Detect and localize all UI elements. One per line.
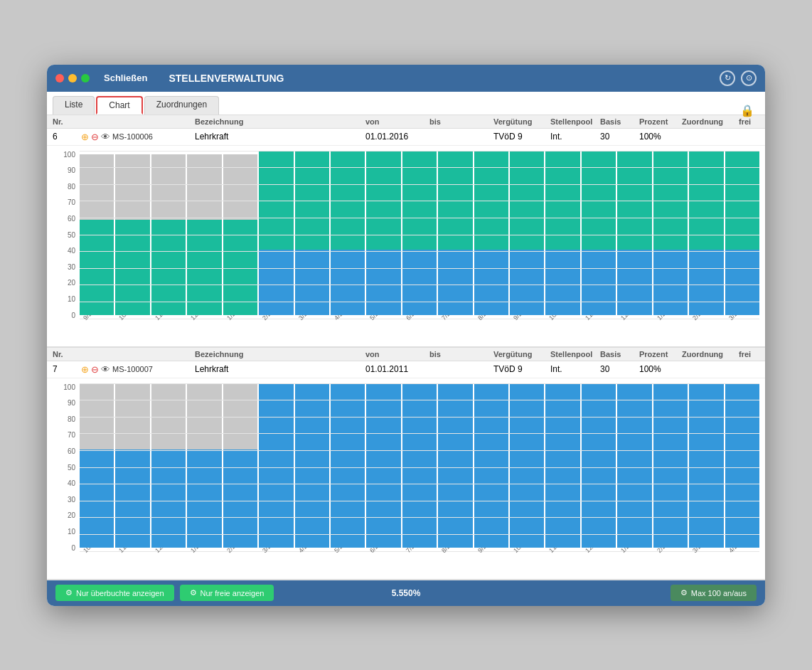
bar-0-11 <box>474 151 508 315</box>
bar-1-16 <box>653 384 688 548</box>
bar-0-13 <box>545 151 579 315</box>
filter-icon-2: ⚙ <box>190 588 197 597</box>
bar-0-0 <box>80 151 114 315</box>
bar-0-7 <box>331 151 365 315</box>
main-window: Schließen STELLENVERWALTUNG ↻ ⊙ Liste Ch… <box>47 65 765 606</box>
title-bar-icons: ↻ ⊙ <box>720 70 757 86</box>
bar-0-12 <box>510 151 544 315</box>
traffic-lights <box>55 74 90 83</box>
max100-button[interactable]: ⚙ Max 100 an/aus <box>671 585 757 601</box>
icon-eye-0[interactable]: 👁 <box>101 132 110 142</box>
footer-bar: ⚙ Nur überbuchte anzeigen ⚙ Nur freie an… <box>47 580 765 606</box>
section-row-1: 7⊕⊖👁MS-100007Lehrkraft01.01.2011TVöD 9In… <box>47 361 765 378</box>
section-row-0: 6⊕⊖👁MS-100006Lehrkraft01.01.2016TVöD 9In… <box>47 129 765 146</box>
icon-minus-0[interactable]: ⊖ <box>91 132 99 142</box>
max100-label: Max 100 an/aus <box>691 589 747 597</box>
nur-ueberbuchte-label: Nur überbuchte anzeigen <box>76 589 164 597</box>
bar-1-5 <box>259 384 293 548</box>
bar-1-4 <box>223 384 257 548</box>
bar-0-2 <box>151 151 186 315</box>
bar-0-4 <box>223 151 257 315</box>
bar-0-8 <box>366 151 400 315</box>
bar-0-10 <box>438 151 472 315</box>
title-bar-nav: Schließen STELLENVERWALTUNG <box>104 73 284 84</box>
bar-0-18 <box>725 151 759 315</box>
tab-liste[interactable]: Liste <box>53 96 95 115</box>
bar-1-15 <box>617 384 651 548</box>
chart-section-1: 010203040506070809010010/202111/202112/2… <box>47 378 765 580</box>
bar-1-13 <box>545 384 579 548</box>
lock-icon: 🔒 <box>740 104 754 117</box>
tabs-bar: Liste Chart Zuordnungen <box>47 92 765 115</box>
bar-0-3 <box>187 151 221 315</box>
bar-1-17 <box>689 384 723 548</box>
chart-section-0: 01020304050607080901009/201810/201811/20… <box>47 146 765 348</box>
bar-0-6 <box>295 151 329 315</box>
bar-1-1 <box>115 384 149 548</box>
nur-freie-label: Nur freie anzeigen <box>201 589 265 597</box>
bar-1-11 <box>474 384 508 548</box>
bar-0-1 <box>115 151 149 315</box>
nur-ueberbuchte-button[interactable]: ⚙ Nur überbuchte anzeigen <box>55 585 174 601</box>
nav-schliessen[interactable]: Schließen <box>104 73 147 83</box>
bar-1-12 <box>510 384 544 548</box>
refresh-icon[interactable]: ↻ <box>720 70 735 86</box>
bar-1-0 <box>80 384 114 548</box>
bar-0-5 <box>259 151 293 315</box>
bar-0-9 <box>402 151 437 315</box>
icon-minus-1[interactable]: ⊖ <box>91 364 99 375</box>
bar-1-14 <box>582 384 616 548</box>
minimize-button[interactable] <box>68 74 77 83</box>
bar-0-17 <box>689 151 723 315</box>
bar-0-14 <box>582 151 616 315</box>
bar-1-6 <box>295 384 329 548</box>
icon-eye-1[interactable]: 👁 <box>101 364 110 375</box>
percent-display: 5.550% <box>392 588 421 598</box>
filter-icon-1: ⚙ <box>65 588 73 597</box>
content-area: Nr.BezeichnungvonbisVergütungStellenpool… <box>47 115 765 580</box>
bar-0-16 <box>653 151 688 315</box>
icon-plus-0[interactable]: ⊕ <box>81 132 89 142</box>
nav-stellenverwaltung[interactable]: STELLENVERWALTUNG <box>169 73 284 84</box>
bar-1-18 <box>725 384 759 548</box>
bar-1-2 <box>151 384 186 548</box>
footer-right: ⚙ Max 100 an/aus <box>671 585 757 601</box>
bar-0-15 <box>617 151 651 315</box>
settings-icon: ⚙ <box>680 588 688 597</box>
person-icon[interactable]: ⊙ <box>741 70 757 86</box>
nur-freie-button[interactable]: ⚙ Nur freie anzeigen <box>180 585 274 601</box>
tab-zuordnungen[interactable]: Zuordnungen <box>144 96 219 115</box>
bar-1-7 <box>331 384 365 548</box>
tab-chart[interactable]: Chart <box>96 96 142 115</box>
section-header-0: Nr.BezeichnungvonbisVergütungStellenpool… <box>47 115 765 129</box>
icon-plus-1[interactable]: ⊕ <box>81 364 89 375</box>
bar-1-8 <box>366 384 400 548</box>
bar-1-9 <box>402 384 437 548</box>
bar-1-10 <box>438 384 472 548</box>
bar-1-3 <box>187 384 221 548</box>
maximize-button[interactable] <box>81 74 90 83</box>
section-header-1: Nr.BezeichnungvonbisVergütungStellenpool… <box>47 348 765 361</box>
title-bar: Schließen STELLENVERWALTUNG ↻ ⊙ <box>47 65 765 92</box>
close-button[interactable] <box>55 74 64 83</box>
